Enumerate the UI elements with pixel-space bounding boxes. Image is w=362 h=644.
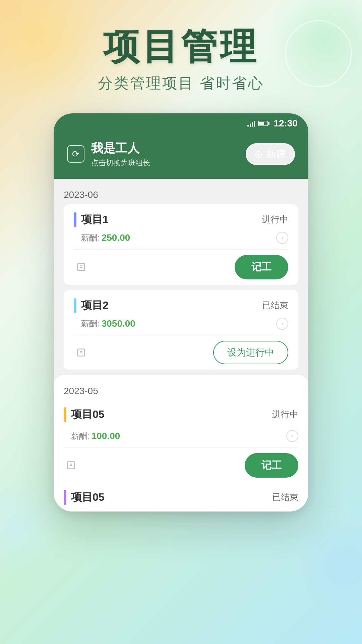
project-color-bar xyxy=(74,212,76,227)
app-header: ⟳ 我是工人 点击切换为班组长 ⊕ 新建 xyxy=(54,132,308,179)
new-project-button[interactable]: ⊕ 新建 xyxy=(246,143,295,165)
project-name: 项目1 xyxy=(81,212,109,227)
project-name-row: 项目2 xyxy=(74,298,109,313)
set-active-button[interactable]: 设为进行中 xyxy=(213,341,288,364)
header-user-info: 我是工人 点击切换为班组长 xyxy=(91,140,150,168)
project-color-bar xyxy=(64,490,66,505)
status-badge: 已结束 xyxy=(262,300,288,311)
salary-label: 薪酬: xyxy=(81,318,100,329)
page-subtitle: 分类管理项目 省时省心 xyxy=(98,73,264,93)
page-title: 项目管理 xyxy=(103,27,259,67)
project-name-row: 项目1 xyxy=(74,212,109,227)
log-work-button-2[interactable]: 记工 xyxy=(245,453,298,478)
content-area: 2023-06 项目1 进行中 薪酬: xyxy=(54,179,308,512)
signal-icon xyxy=(247,120,255,127)
salary-value: 250.00 xyxy=(102,232,130,243)
switch-role-icon[interactable]: ⟳ xyxy=(67,145,84,163)
status-badge: 进行中 xyxy=(272,409,298,420)
status-badge: 进行中 xyxy=(262,214,288,225)
project-color-bar xyxy=(64,407,66,422)
new-btn-label: 新建 xyxy=(266,147,286,161)
header-username: 我是工人 xyxy=(91,140,150,157)
project-card-0-0: 项目1 进行中 薪酬: 250.00 › xyxy=(64,204,298,285)
project-name-row: 项目05 xyxy=(64,407,105,422)
status-time: 12:30 xyxy=(274,118,298,129)
edit-icon-button[interactable] xyxy=(74,345,88,360)
project-card-1-1: 项目05 已结束 xyxy=(64,483,298,505)
phone-mockup: 12:30 ⟳ 我是工人 点击切换为班组长 ⊕ 新建 xyxy=(54,113,308,512)
status-bar: 12:30 xyxy=(54,113,308,132)
project-detail-arrow[interactable]: › xyxy=(276,318,288,330)
salary-value: 3050.00 xyxy=(102,318,135,329)
status-icons xyxy=(247,120,268,127)
header-left: ⟳ 我是工人 点击切换为班组长 xyxy=(67,140,150,168)
battery-icon xyxy=(258,121,268,126)
salary-value: 100.00 xyxy=(92,431,120,441)
project-color-bar xyxy=(74,298,76,313)
log-work-button[interactable]: 记工 xyxy=(235,255,288,279)
project-detail-arrow[interactable]: › xyxy=(286,430,298,442)
month-section-0: 2023-06 项目1 进行中 薪酬: xyxy=(54,179,308,370)
project-name: 项目05 xyxy=(71,490,105,505)
header-switch-hint: 点击切换为班组长 xyxy=(91,158,150,168)
salary-label: 薪酬: xyxy=(71,431,89,441)
edit-icon-button[interactable] xyxy=(74,260,88,274)
lower-section: 2023-05 项目05 进行中 薪酬: xyxy=(54,375,308,512)
project-card-1-0: 项目05 进行中 薪酬: 100.00 › xyxy=(64,400,298,483)
edit-icon-button[interactable] xyxy=(64,458,78,473)
plus-icon: ⊕ xyxy=(254,148,263,160)
project-card-0-1: 项目2 已结束 薪酬: 3050.00 › xyxy=(64,290,298,370)
project-name-row: 项目05 xyxy=(64,490,105,505)
month-label-1: 2023-05 xyxy=(64,382,298,400)
project-detail-arrow[interactable]: › xyxy=(276,232,288,244)
project-name: 项目2 xyxy=(81,298,109,313)
project-name: 项目05 xyxy=(71,407,105,422)
status-badge: 已结束 xyxy=(272,491,298,503)
salary-label: 薪酬: xyxy=(81,232,100,243)
month-label-0: 2023-06 xyxy=(64,185,298,204)
